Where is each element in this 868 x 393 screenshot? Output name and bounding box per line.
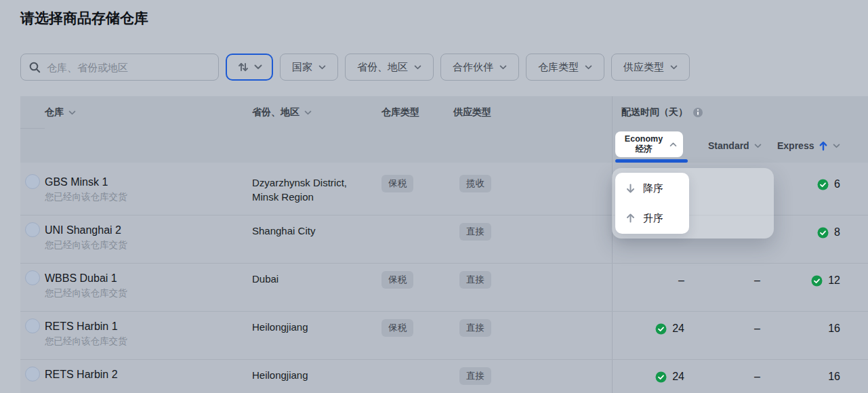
sort-ascending-icon xyxy=(819,141,828,151)
express-cell: 12 xyxy=(769,272,840,289)
column-header-label: 仓库类型 xyxy=(381,106,419,119)
warehouse-name: RETS Harbin 2 xyxy=(45,368,118,381)
warehouse-name: RETS Harbin 1 xyxy=(45,320,118,333)
row-radio[interactable] xyxy=(25,318,40,333)
economy-cell: 24 xyxy=(613,320,684,337)
sort-button[interactable] xyxy=(226,54,273,81)
delivery-tab-label: Economy经济 xyxy=(621,134,666,154)
delivery-tab-express[interactable]: Express xyxy=(777,140,840,151)
row-radio[interactable] xyxy=(25,367,40,381)
delivery-value: – xyxy=(754,323,760,335)
warehouse-selector-page: 请选择商品存储仓库 国家省份、地区合作伙 xyxy=(0,0,868,393)
chevron-down-icon xyxy=(414,65,421,70)
info-icon[interactable] xyxy=(693,107,703,118)
filter-label: 合作伙伴 xyxy=(453,61,493,74)
column-header-label: 供应类型 xyxy=(453,106,491,119)
menu-item-sort-ascending[interactable]: 升序 xyxy=(615,203,689,233)
search-input[interactable] xyxy=(47,62,210,73)
delivery-value: 12 xyxy=(828,274,840,287)
column-header-label: 仓库 xyxy=(45,106,64,119)
check-circle-icon xyxy=(817,179,829,190)
page-title: 请选择商品存储仓库 xyxy=(20,9,148,28)
express-cell: 6 xyxy=(769,176,840,192)
chevron-down-icon xyxy=(304,110,312,115)
delivery-value: 6 xyxy=(834,178,840,190)
sort-menu: 降序 升序 xyxy=(615,173,689,234)
warehouse-type-tag: 保税 xyxy=(381,271,413,289)
delivery-value: – xyxy=(754,274,760,287)
region-cell: Shanghai City xyxy=(252,224,375,238)
chevron-up-icon xyxy=(669,142,677,147)
table-row[interactable]: RETS Harbin 2 Heilongjiang 直接 24 – 16 xyxy=(20,360,868,393)
filter-button-2[interactable]: 合作伙伴 xyxy=(440,54,519,81)
standard-cell: – xyxy=(706,369,760,385)
warehouse-note: 您已经向该仓库交货 xyxy=(45,335,127,348)
delivery-value: 24 xyxy=(672,323,684,335)
supply-type-tag: 直接 xyxy=(459,223,491,241)
filter-group: 国家省份、地区合作伙伴仓库类型供应类型 xyxy=(280,54,690,81)
delivery-value: 16 xyxy=(828,323,840,335)
economy-cell: – xyxy=(613,272,684,289)
sort-arrows-icon xyxy=(237,61,249,73)
supply-type-tag: 揽收 xyxy=(459,175,491,192)
filter-button-1[interactable]: 省份、地区 xyxy=(345,54,434,81)
check-circle-icon xyxy=(817,227,829,239)
check-circle-icon xyxy=(655,323,667,335)
delivery-value: 24 xyxy=(672,371,684,383)
filter-label: 国家 xyxy=(292,61,312,74)
row-radio[interactable] xyxy=(25,222,40,237)
table-header-band xyxy=(20,96,868,163)
chevron-down-icon xyxy=(68,110,76,115)
express-cell: 16 xyxy=(769,320,840,337)
warehouse-name: GBS Minsk 1 xyxy=(45,175,108,188)
chevron-down-icon xyxy=(670,65,678,70)
warehouse-type-tag: 保税 xyxy=(381,175,413,192)
standard-cell: – xyxy=(706,272,760,289)
supply-type-tag: 直接 xyxy=(459,319,491,337)
search-icon xyxy=(29,62,41,73)
toolbar: 国家省份、地区合作伙伴仓库类型供应类型 xyxy=(20,54,690,81)
filter-label: 仓库类型 xyxy=(538,61,579,74)
delivery-tab-economy[interactable]: Economy经济 xyxy=(615,131,683,157)
warehouse-note: 您已经向该仓库交货 xyxy=(45,190,127,203)
chevron-down-icon xyxy=(833,144,840,148)
column-header-supply-type: 供应类型 xyxy=(453,106,491,119)
arrow-up-icon xyxy=(625,213,636,224)
check-circle-icon xyxy=(811,275,823,287)
chevron-down-icon xyxy=(585,65,592,70)
filter-button-3[interactable]: 仓库类型 xyxy=(526,54,604,81)
search-box[interactable] xyxy=(20,54,219,81)
delivery-value: 8 xyxy=(834,226,840,239)
column-header-warehouse[interactable]: 仓库 xyxy=(45,106,76,119)
menu-item-sort-descending[interactable]: 降序 xyxy=(615,173,689,203)
express-cell: 16 xyxy=(769,369,840,385)
supply-type-tag: 直接 xyxy=(459,271,491,289)
menu-item-label: 降序 xyxy=(643,182,663,195)
filter-button-4[interactable]: 供应类型 xyxy=(611,54,690,81)
row-radio[interactable] xyxy=(25,270,40,285)
sort-dropdown-panel: 降序 升序 xyxy=(612,168,774,239)
column-header-region[interactable]: 省份、地区 xyxy=(252,106,312,119)
chevron-down-icon xyxy=(754,144,762,148)
chevron-down-icon xyxy=(254,64,262,70)
delivery-value: 16 xyxy=(828,371,840,383)
chevron-down-icon xyxy=(318,65,326,70)
delivery-value: – xyxy=(678,274,684,287)
delivery-tab-label: Standard xyxy=(708,140,749,151)
region-cell: Dzyarzhynsk District, Minsk Region xyxy=(252,175,375,204)
economy-cell: 24 xyxy=(613,369,684,385)
column-header-warehouse-type: 仓库类型 xyxy=(381,106,419,119)
region-cell: Dubai xyxy=(252,272,375,286)
warehouse-type-tag: 保税 xyxy=(381,319,413,337)
table-row[interactable]: RETS Harbin 1 您已经向该仓库交货 Heilongjiang 保税 … xyxy=(20,312,868,360)
standard-cell: – xyxy=(706,320,760,337)
arrow-down-icon xyxy=(625,183,636,194)
select-column-divider xyxy=(20,128,45,129)
delivery-value: – xyxy=(754,371,760,383)
filter-button-0[interactable]: 国家 xyxy=(280,54,338,81)
filter-label: 省份、地区 xyxy=(357,61,408,74)
region-cell: Heilongjiang xyxy=(252,320,375,334)
delivery-tab-standard[interactable]: Standard xyxy=(708,140,762,151)
row-radio[interactable] xyxy=(25,174,40,189)
table-row[interactable]: WBBS Dubai 1 您已经向该仓库交货 Dubai 保税 直接 – – 1… xyxy=(20,264,868,312)
